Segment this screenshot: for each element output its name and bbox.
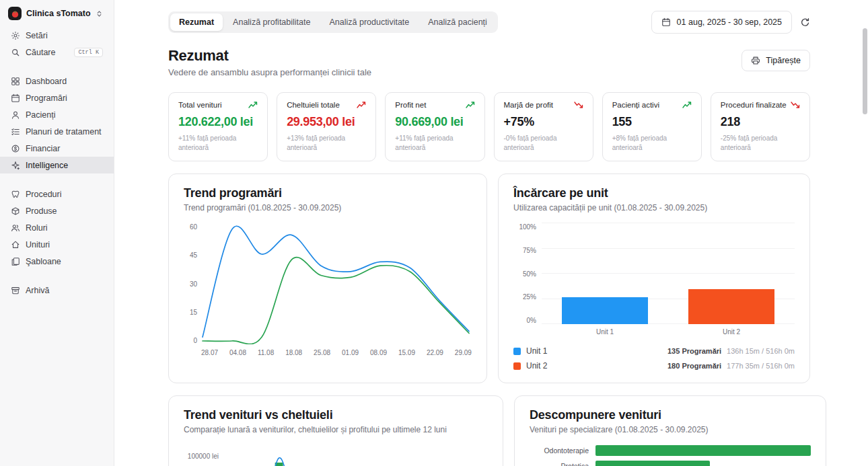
kpi-label: Cheltuieli totale [287,101,340,109]
tab-analiza-profitabilitate[interactable]: Analiză profitabilitate [224,13,319,31]
legend-hours: 177h 35m / 516h 0m [727,362,795,370]
y-axis-tick: 25% [523,293,536,301]
home-icon [11,240,20,249]
chart-subtitle: Utilizarea capacității pe unit (01.08.20… [513,203,795,212]
chart-subtitle: Comparație lunară a veniturilor, cheltui… [184,425,488,434]
page-title: Rezumat [168,47,371,65]
copy-icon [11,257,20,266]
legend-label: Unit 2 [526,361,547,371]
clinic-name: Clinica sTomato [26,9,91,18]
tab-rezumat[interactable]: Rezumat [170,13,223,31]
date-range-picker[interactable]: 01 aug, 2025 - 30 sep, 2025 [651,11,792,34]
sidebar-item-label: Financiar [26,144,60,153]
kpi-card-profit-net: Profit net 90.669,00 lei +11% față perio… [385,92,484,161]
kpi-label: Pacienți activi [612,101,659,109]
breakdown-row: Odontoterapie [530,445,811,456]
sidebar-item-label: Planuri de tratament [26,127,102,137]
kpi-value: 29.953,00 lei [287,115,366,129]
sidebar-item-pacienti[interactable]: Pacienți [0,106,114,123]
kpi-card-proceduri-finalizate: Proceduri finalizate 218 -25% față perio… [711,92,810,161]
gear-icon [11,31,20,40]
y-axis: 100000 lei75000 lei [184,445,219,466]
kpi-label: Proceduri finalizate [721,101,787,109]
user-icon [11,110,20,120]
legend-row: Unit 2180 Programări177h 35m / 516h 0m [513,361,795,371]
sidebar-item-programari[interactable]: Programări [0,89,114,106]
sidebar-item-label: Căutare [26,48,55,57]
y-axis-tick: 100% [519,223,536,231]
y-axis-tick: 0% [527,317,536,324]
x-axis-tick: 18.08 [285,349,302,356]
y-axis-tick: 100000 lei [188,453,219,460]
sidebar-item-produse[interactable]: Produse [0,202,114,219]
x-axis-tick: 28.07 [201,349,218,356]
y-axis-tick: 75% [523,247,536,254]
legend-hours: 136h 15m / 516h 0m [727,347,795,355]
print-button-label: Tipărește [766,56,801,65]
sidebar-item-roluri[interactable]: Roluri [0,219,114,236]
sidebar: Clinica sTomato Setări Căutare Ctrl K Da… [0,0,114,466]
clinic-switcher[interactable]: Clinica sTomato [5,5,108,27]
sidebar-item-label: Produse [26,206,57,216]
bar-unit-2 [688,289,774,324]
sidebar-item-label: Pacienți [26,110,55,120]
scrollbar-thumb[interactable] [863,28,867,114]
sidebar-item-sabloane[interactable]: Şabloane [0,253,114,270]
page-header: Rezumat Vedere de ansamblu asupra perfor… [168,47,810,77]
sidebar-item-settings[interactable]: Setări [0,27,114,44]
kpi-delta: +8% față perioada anterioară [612,134,676,153]
clinic-logo-icon [8,7,22,20]
trend-icon [357,102,366,108]
kpi-delta: -25% față perioada anterioară [721,134,785,153]
y-axis-tick: 15 [190,309,197,316]
sidebar-item-label: Roluri [26,223,48,233]
x-axis-tick: 15.09 [398,349,415,356]
legend-label: Unit 1 [526,346,547,356]
sidebar-item-unituri[interactable]: Unituri [0,236,114,253]
tab-analiza-pacienti[interactable]: Analiză pacienți [419,13,496,31]
sidebar-item-arhiva[interactable]: Arhivă [0,282,114,299]
tab-bar: Rezumat Analiză profitabilitate Analiză … [168,11,498,33]
y-axis-tick: 30 [190,280,197,288]
printer-icon [751,56,760,65]
print-button[interactable]: Tipărește [742,50,810,71]
sidebar-item-dashboard[interactable]: Dashboard [0,73,114,89]
legend-swatch [513,348,521,355]
scrollbar[interactable] [861,0,868,466]
search-icon [11,48,20,57]
chart-title: Trend programări [184,186,472,200]
sidebar-item-planuri[interactable]: Planuri de tratament [0,123,114,140]
sidebar-item-search[interactable]: Căutare Ctrl K [0,44,114,61]
kpi-delta: +11% față perioada anterioară [395,134,459,153]
kpi-card-cheltuieli-totale: Cheltuieli totale 29.953,00 lei +13% faț… [277,92,376,161]
kpi-row: Total venituri 120.622,00 lei +11% față … [168,92,810,161]
sidebar-divider [5,61,108,73]
legend-stats: 135 Programări136h 15m / 516h 0m [667,347,795,355]
trend-icon [248,102,258,108]
tab-analiza-productivitate[interactable]: Analiză productivitate [320,13,418,31]
y-axis: 604530150 [184,223,197,344]
dashboard-icon [11,77,20,86]
calendar-icon [11,93,20,103]
kpi-label: Marjă de profit [504,101,554,109]
y-axis-tick: 45 [190,251,197,259]
kpi-card-total-venituri: Total venituri 120.622,00 lei +11% față … [168,92,268,161]
refresh-button[interactable] [800,17,810,28]
sidebar-item-proceduri[interactable]: Proceduri [0,186,114,202]
sidebar-item-intelligence[interactable]: Intelligence [0,157,114,173]
charts-row-1: Trend programări Trend programări (01.08… [168,173,810,383]
x-axis: Unit 1Unit 2 [542,328,795,336]
x-axis-tick: 04.08 [229,349,246,356]
box-icon [11,206,20,216]
chart-card-venituri-vs-cheltuieli: Trend venituri vs cheltuieli Comparație … [168,395,503,466]
refresh-icon [800,17,810,28]
x-axis: 28.0704.0811.0818.0825.0801.0908.0915.09… [201,349,472,356]
chart-subtitle: Trend programări (01.08.2025 - 30.09.202… [184,203,472,212]
sidebar-item-financiar[interactable]: Financiar [0,140,114,157]
main-content: Rezumat Analiză profitabilitate Analiză … [114,0,868,466]
search-shortcut-badge: Ctrl K [74,48,103,57]
kpi-card-pacienti-activi: Pacienți activi 155 +8% față perioada an… [602,92,702,161]
sidebar-item-label: Şabloane [26,257,61,266]
gridline [542,223,795,223]
calendar-icon [661,17,671,27]
